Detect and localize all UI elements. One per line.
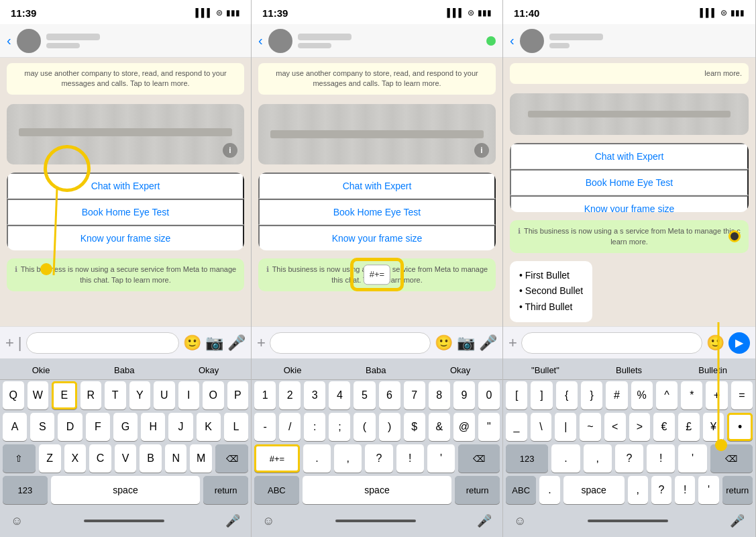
shift-key-1[interactable]: ⇧: [3, 444, 36, 473]
key-lbrace[interactable]: {: [556, 381, 578, 409]
key-2[interactable]: 2: [279, 381, 301, 409]
sticker-icon-1[interactable]: 🙂: [183, 334, 201, 352]
key-5[interactable]: 5: [354, 381, 375, 409]
key-at[interactable]: @: [453, 413, 475, 441]
space-key-1[interactable]: space: [51, 476, 201, 504]
plus-icon-3[interactable]: +: [508, 334, 517, 352]
autocomplete-word-2-0[interactable]: Okie: [277, 364, 309, 377]
plus-icon-1[interactable]: +: [5, 334, 14, 352]
key-i[interactable]: I: [178, 381, 200, 409]
key-k[interactable]: K: [197, 413, 221, 441]
key-w[interactable]: W: [28, 381, 49, 409]
key-euro[interactable]: €: [653, 413, 675, 441]
info-icon-2[interactable]: i: [474, 143, 489, 158]
mode-sym-key-2[interactable]: #+=: [254, 444, 300, 473]
input-field-1[interactable]: [26, 332, 179, 354]
info-icon-1[interactable]: i: [223, 143, 237, 158]
key-t[interactable]: T: [105, 381, 126, 409]
key-hash[interactable]: #: [606, 381, 627, 409]
autocomplete-word-1-0[interactable]: Okie: [25, 364, 57, 377]
key-comma[interactable]: ,: [334, 444, 362, 473]
autocomplete-word-3-1[interactable]: Bullets: [609, 364, 649, 377]
key-x[interactable]: X: [64, 444, 87, 473]
key-l[interactable]: L: [224, 413, 248, 441]
key-excl-btm-3[interactable]: !: [675, 476, 695, 504]
book-test-btn-1[interactable]: Book Home Eye Test: [7, 199, 244, 225]
key-underscore[interactable]: _: [506, 413, 527, 441]
key-0[interactable]: 0: [478, 381, 500, 409]
key-period-3[interactable]: .: [551, 444, 580, 473]
key-eq[interactable]: =: [731, 381, 753, 409]
key-h[interactable]: H: [141, 413, 165, 441]
key-b[interactable]: B: [140, 444, 162, 473]
key-pound[interactable]: £: [678, 413, 700, 441]
input-field-3[interactable]: [521, 332, 702, 354]
return-key-3[interactable]: return: [722, 476, 753, 504]
key-r[interactable]: R: [80, 381, 102, 409]
key-lt[interactable]: <: [604, 413, 626, 441]
emoji-icon-2[interactable]: ☺: [262, 514, 274, 528]
camera-icon-1[interactable]: 📷: [205, 334, 223, 352]
dictation-icon-1[interactable]: 🎤: [225, 514, 240, 528]
key-quote[interactable]: ": [478, 413, 500, 441]
mode-key-3[interactable]: ABC: [506, 476, 536, 504]
delete-key-3[interactable]: ⌫: [710, 444, 753, 473]
key-8[interactable]: 8: [429, 381, 450, 409]
chat-expert-btn-2[interactable]: Chat with Expert: [258, 173, 496, 199]
key-lparen[interactable]: (: [354, 413, 375, 441]
key-z[interactable]: Z: [39, 444, 61, 473]
key-u[interactable]: U: [154, 381, 175, 409]
key-4[interactable]: 4: [329, 381, 350, 409]
key-bullet[interactable]: •: [727, 413, 753, 441]
key-o[interactable]: O: [203, 381, 224, 409]
back-arrow-2[interactable]: ‹: [258, 33, 263, 48]
key-excl[interactable]: !: [396, 444, 424, 473]
key-rparen[interactable]: ): [379, 413, 400, 441]
key-comma-btm-3[interactable]: ,: [628, 476, 648, 504]
key-colon[interactable]: :: [304, 413, 325, 441]
key-e[interactable]: E: [52, 381, 77, 409]
sticker-icon-2[interactable]: 🙂: [435, 334, 453, 352]
sticker-icon-3[interactable]: 🙂: [706, 334, 724, 352]
key-q[interactable]: Q: [3, 381, 24, 409]
key-caret[interactable]: ^: [656, 381, 678, 409]
key-dollar[interactable]: $: [404, 413, 425, 441]
space-key-2[interactable]: space: [303, 476, 452, 504]
key-1[interactable]: 1: [254, 381, 276, 409]
key-7[interactable]: 7: [404, 381, 425, 409]
mode-key-1[interactable]: 123: [3, 476, 48, 504]
back-arrow-3[interactable]: ‹: [510, 33, 515, 48]
delete-key-2[interactable]: ⌫: [458, 444, 500, 473]
dictation-icon-3[interactable]: 🎤: [730, 514, 745, 528]
key-f[interactable]: F: [86, 413, 110, 441]
autocomplete-word-3-0[interactable]: "Bullet": [525, 364, 566, 377]
frame-size-btn-1[interactable]: Know your frame size: [7, 225, 244, 250]
key-apos[interactable]: ': [427, 444, 455, 473]
key-qmark[interactable]: ?: [365, 444, 392, 473]
key-minus[interactable]: -: [254, 413, 276, 441]
send-btn-3[interactable]: ▶: [728, 332, 750, 354]
key-star[interactable]: *: [681, 381, 702, 409]
key-v[interactable]: V: [115, 444, 137, 473]
key-backslash[interactable]: \: [531, 413, 552, 441]
key-apos-3[interactable]: ': [678, 444, 706, 473]
frame-size-btn-3[interactable]: Know your frame size: [510, 195, 749, 211]
return-key-1[interactable]: return: [203, 476, 248, 504]
key-c[interactable]: C: [89, 444, 111, 473]
key-rbracket[interactable]: ]: [531, 381, 552, 409]
mic-icon-2[interactable]: 🎤: [479, 334, 497, 352]
delete-key-1[interactable]: ⌫: [215, 444, 248, 473]
key-slash[interactable]: /: [279, 413, 301, 441]
key-apos-btm-3[interactable]: ': [698, 476, 718, 504]
key-lbracket[interactable]: [: [506, 381, 527, 409]
camera-icon-2[interactable]: 📷: [457, 334, 475, 352]
key-comma-3[interactable]: ,: [584, 444, 612, 473]
key-excl-3[interactable]: !: [647, 444, 675, 473]
frame-size-btn-2[interactable]: Know your frame size: [258, 225, 496, 250]
autocomplete-word-1-2[interactable]: Okay: [192, 364, 225, 377]
key-a[interactable]: A: [3, 413, 27, 441]
return-key-2[interactable]: return: [455, 476, 500, 504]
key-9[interactable]: 9: [453, 381, 475, 409]
chat-expert-btn-3[interactable]: Chat with Expert: [510, 143, 749, 169]
key-6[interactable]: 6: [379, 381, 400, 409]
